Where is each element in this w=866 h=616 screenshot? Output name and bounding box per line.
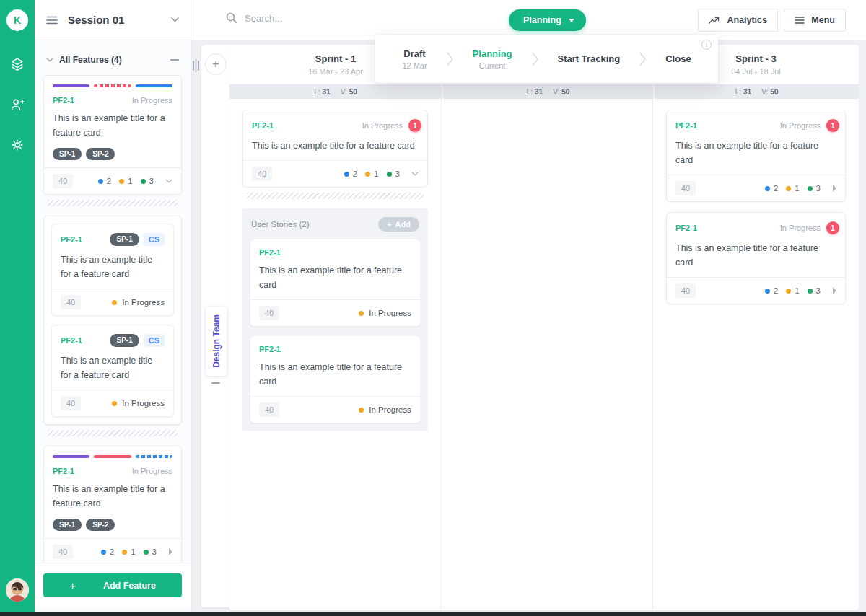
count-dots: 2 1 3 xyxy=(765,286,825,295)
orange-dot xyxy=(359,311,364,316)
tag-pill: SP-1 xyxy=(53,519,82,531)
add-story-button[interactable]: + Add xyxy=(378,217,419,232)
team-tab-design-team[interactable]: Design Team xyxy=(206,307,227,376)
stage-start-tracking[interactable]: Start Tracking xyxy=(558,53,621,64)
orange-dot xyxy=(786,186,791,191)
planning-dropdown-button[interactable]: Planning xyxy=(509,9,586,31)
add-team-button[interactable]: + xyxy=(205,53,227,75)
collapse-minus-icon[interactable] xyxy=(170,59,179,61)
alert-badge: 1 xyxy=(408,119,421,132)
feature-stories-group: PF2-1 SP-1 CS This is an example title f… xyxy=(43,216,182,425)
sprint-card[interactable]: PF2-1 In Progress 1 This is an example t… xyxy=(666,212,846,304)
sprint-board: Sprint - 1 16 Mar - 23 Apr Sprint - 3 04… xyxy=(229,45,859,610)
count-dots: 2 1 3 xyxy=(98,177,158,185)
progress-line-purple xyxy=(53,84,89,87)
add-user-icon[interactable] xyxy=(9,96,26,113)
app-sidebar: K xyxy=(0,0,35,612)
alert-badge: 1 xyxy=(826,119,839,132)
stats-sprint-2: L:31 V:50 xyxy=(442,84,653,99)
caret-down-icon xyxy=(569,19,574,22)
points-chip: 40 xyxy=(259,306,279,320)
menu-button[interactable]: Menu xyxy=(784,9,846,32)
green-dot xyxy=(387,172,392,177)
info-icon[interactable]: i xyxy=(701,40,712,50)
blue-dot xyxy=(765,289,770,294)
user-stories-section: User Stories (2) + Add PF2-1 This is an … xyxy=(242,208,428,431)
layers-icon[interactable] xyxy=(9,56,26,73)
card-status: In Progress xyxy=(132,96,172,105)
features-section-header: All Features (4) xyxy=(43,50,182,75)
expand-chevron-right-icon[interactable] xyxy=(832,185,836,192)
stage-chevron-icon xyxy=(531,50,539,68)
expand-chevron-down-icon[interactable] xyxy=(411,172,419,176)
points-chip: 40 xyxy=(53,545,73,559)
orange-dot xyxy=(365,172,370,177)
card-id: PF2-1 xyxy=(61,336,110,345)
green-dot xyxy=(141,179,146,184)
card-title: This is an example title for a feature c… xyxy=(259,263,411,292)
session-chevron-down-icon[interactable] xyxy=(171,17,179,22)
card-title: This is an example title for a feature c… xyxy=(53,111,172,140)
story-card[interactable]: PF2-1 This is an example title for a fea… xyxy=(250,239,421,327)
feature-card[interactable]: PF2-1 In Progress This is an example tit… xyxy=(43,75,182,195)
user-avatar[interactable] xyxy=(6,578,29,602)
green-dot xyxy=(144,550,149,555)
app-logo[interactable]: K xyxy=(6,9,28,31)
blue-dot xyxy=(98,179,103,184)
orange-dot xyxy=(119,179,124,184)
stage-planning[interactable]: Planning Current xyxy=(473,48,512,70)
hamburger-icon[interactable] xyxy=(46,16,58,25)
sprint-card[interactable]: PF2-1 In Progress 1 This is an example t… xyxy=(666,110,846,202)
stats-sprint-1: L:31 V:50 xyxy=(229,84,442,99)
column-sprint-3: PF2-1 In Progress 1 This is an example t… xyxy=(653,99,859,610)
progress-line-blue-dashed xyxy=(136,455,172,458)
count-dots: 2 1 3 xyxy=(101,547,161,556)
points-chip: 40 xyxy=(675,283,696,298)
story-card[interactable]: PF2-1 SP-1 CS This is an example title f… xyxy=(51,325,174,417)
progress-line-blue xyxy=(136,84,172,87)
analytics-button[interactable]: Analytics xyxy=(698,9,778,32)
card-id: PF2-1 xyxy=(252,121,362,130)
features-list: All Features (4) PF2-1 In Progress This … xyxy=(35,40,191,566)
feature-card[interactable]: PF2-1 In Progress This is an example tit… xyxy=(43,446,182,566)
rail-minus-icon[interactable] xyxy=(211,382,220,384)
settings-gear-icon[interactable] xyxy=(9,136,26,154)
features-panel: Session 01 All Features (4) PF2-1 xyxy=(35,0,191,612)
search-input[interactable] xyxy=(245,13,375,24)
stage-chevron-icon xyxy=(639,50,647,68)
points-chip: 40 xyxy=(252,167,272,181)
status-inline: In Progress xyxy=(112,399,165,408)
expand-chevron-down-icon[interactable] xyxy=(165,179,172,183)
stage-close[interactable]: Close xyxy=(665,53,691,64)
points-chip: 40 xyxy=(53,174,73,188)
features-section-label: All Features (4) xyxy=(59,55,170,65)
card-id: PF2-1 xyxy=(675,121,780,130)
tag-pill: SP-1 xyxy=(53,148,82,160)
blue-dot xyxy=(101,550,106,555)
sprint-card[interactable]: PF2-1 In Progress 1 This is an example t… xyxy=(242,110,428,188)
story-card[interactable]: PF2-1 SP-1 CS This is an example title f… xyxy=(51,224,174,316)
story-card[interactable]: PF2-1 This is an example title for a fea… xyxy=(250,335,421,423)
orange-dot xyxy=(112,300,117,305)
collapse-chevron-icon[interactable] xyxy=(46,58,53,62)
stats-sprint-3: L:31 V:50 xyxy=(653,84,859,99)
tag-pill: SP-1 xyxy=(110,334,139,347)
expand-chevron-right-icon[interactable] xyxy=(168,548,172,555)
add-feature-button[interactable]: + Add Feature xyxy=(43,573,182,597)
cs-chip: CS xyxy=(144,233,165,246)
card-status: In Progress xyxy=(780,121,821,130)
expand-chevron-right-icon[interactable] xyxy=(832,287,836,294)
tag-pill: SP-2 xyxy=(86,519,115,531)
tag-pill: SP-1 xyxy=(110,233,139,246)
menu-hamburger-icon xyxy=(795,17,805,24)
search-box[interactable] xyxy=(226,12,375,24)
cs-chip: CS xyxy=(144,334,165,347)
status-inline: In Progress xyxy=(112,298,165,307)
count-dots: 2 1 3 xyxy=(765,184,825,193)
card-id: PF2-1 xyxy=(259,248,411,257)
panel-resize-handle[interactable] xyxy=(193,58,199,74)
progress-line-purple xyxy=(53,455,89,458)
stage-draft[interactable]: Draft 12 Mar xyxy=(402,48,427,70)
stack-hatch-texture xyxy=(48,430,178,436)
status-inline: In Progress xyxy=(359,405,411,414)
